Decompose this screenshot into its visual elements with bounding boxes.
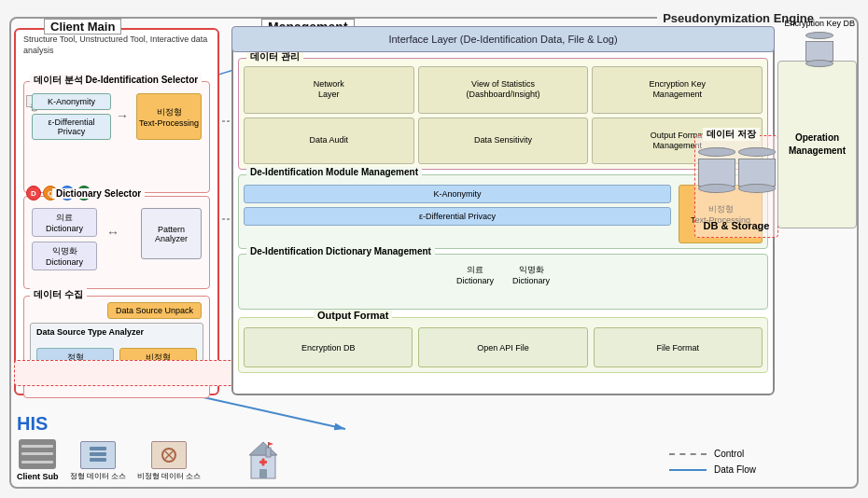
text-proc-btn[interactable]: 비정형 Text-Processing — [136, 93, 202, 140]
dict-selector-box: D Q A A Dictionary Selector 의료 Dictionar… — [23, 196, 210, 289]
data-source-unpack-btn[interactable]: Data Source Unpack — [107, 302, 202, 319]
data-flow-line — [669, 469, 707, 471]
deid-mod-left: K-Anonymity ε-Differential Privacy — [244, 185, 671, 243]
mgmt-grid: NetworkLayer View of Statistics(Dashboar… — [244, 66, 763, 164]
e-diff-btn[interactable]: ε-Differential Privacy — [32, 114, 111, 140]
svg-rect-13 — [90, 458, 106, 462]
main-container: Pseudonymization Engine — [0, 0, 868, 498]
enc-cyl-bottom — [805, 60, 833, 67]
deid-module-box: De-Identification Module Management K-An… — [238, 174, 768, 249]
client-sub-label: Client Sub — [17, 472, 59, 481]
structured-icon — [80, 441, 116, 469]
data-flow-label: Data Flow — [714, 464, 756, 475]
output-format-content: Encryption DB Open API File File Format — [244, 327, 763, 367]
enc-cyl-body — [805, 41, 833, 62]
svg-rect-12 — [90, 452, 106, 456]
bottom-section: Client Sub 정형 데이터 소스 비정형 데 — [17, 435, 287, 481]
data-storage-label: 데이터 저장 — [703, 128, 760, 141]
deid-dict-content: 의료 Dictionary 익명화 Dictionary — [276, 264, 730, 304]
legend-box: Control Data Flow — [669, 449, 756, 475]
legend-control: Control — [669, 449, 756, 459]
cyl-top — [698, 147, 735, 157]
svg-rect-20 — [262, 459, 265, 466]
medical-dict-box: 의료 Dictionary — [456, 264, 494, 304]
unstructured-svg — [159, 445, 179, 465]
data-mgmt-label: 데이터 관리 — [246, 50, 303, 63]
db-cylinders — [700, 147, 773, 193]
mgmt-cell-4: Data Sensitivity — [418, 118, 589, 165]
enc-key-db-label: Encryption Key DB — [784, 19, 855, 28]
data-mgmt-box: 데이터 관리 NetworkLayer View of Statistics(D… — [238, 58, 768, 170]
svg-rect-21 — [259, 469, 267, 478]
structured-svg — [88, 445, 108, 465]
enc-cyl — [784, 32, 855, 67]
k-anon-btn[interactable]: K-Anonymity — [32, 93, 111, 110]
dict-arrow: ↔ — [106, 225, 119, 240]
unstructured-data-label: 비정형 데이터 소스 — [137, 472, 201, 481]
deid-dict-label: De-Identification Dictionary Management — [246, 246, 435, 256]
unstructured-data-group: 비정형 데이터 소스 — [137, 441, 201, 481]
cyl-bottom-2 — [738, 184, 776, 193]
dict-items-group: 의료 Dictionary 익명화 Dictionary — [32, 208, 97, 270]
operation-mgmt-box: Operation Management — [777, 61, 857, 228]
deid-module-label: De-Identification Module Management — [246, 167, 422, 177]
cyl-top-2 — [738, 147, 776, 157]
cyl-body — [698, 159, 735, 187]
db-cyl-1 — [698, 147, 735, 193]
arrow-right-icon: → — [116, 110, 134, 121]
file-format-item: File Format — [594, 327, 763, 367]
mgmt-cell-0: NetworkLayer — [244, 66, 414, 114]
open-api-item: Open API File — [418, 327, 587, 367]
legend-data-flow: Data Flow — [669, 464, 756, 475]
interface-layer-box: Interface Layer (De-Identification Data,… — [231, 26, 775, 52]
svg-rect-22 — [266, 448, 271, 457]
structured-data-group: 정형 데이터 소스 — [70, 441, 126, 481]
management-box: Management 데이터 관리 NetworkLayer View of S… — [231, 28, 775, 395]
client-main-subtitle: Structure Tool, Unstructured Tool, Inter… — [23, 35, 217, 56]
client-main-label: Client Main — [44, 19, 121, 35]
data-collect-label: 데이터 수집 — [30, 288, 87, 301]
svg-marker-24 — [269, 442, 274, 446]
server-icon — [19, 439, 56, 469]
cyl-body-2 — [738, 159, 776, 187]
client-sub-group: Client Sub — [17, 439, 59, 481]
enc-cyl-top — [805, 32, 833, 39]
anon-privacy-group: K-Anonymity ε-Differential Privacy — [32, 93, 111, 140]
control-line — [669, 453, 707, 455]
structured-data-label: 정형 데이터 소스 — [70, 472, 126, 481]
dict-selector-label: Dictionary Selector — [52, 188, 145, 199]
ds-icon-d: D — [26, 186, 41, 201]
operation-mgmt-label: Operation Management — [789, 131, 846, 158]
hospital-icon — [240, 435, 287, 481]
data-storage-box: 데이터 저장 DB & Storage — [694, 135, 778, 238]
his-label: HIS — [17, 413, 48, 435]
anon-dict-item[interactable]: 익명화 Dictionary — [32, 242, 97, 270]
enc-key-db-box: Encryption Key DB — [784, 19, 855, 67]
unstructured-icon — [151, 441, 187, 469]
mgmt-cell-3: Data Audit — [244, 118, 414, 165]
dei-selector-box: 데이터 분석 De-Identification Selector 정 K-An… — [23, 81, 210, 193]
output-format-box: Output Format Encryption DB Open API Fil… — [238, 317, 768, 373]
mgmt-cell-2: Encryption KeyManagement — [592, 66, 763, 114]
db-cyl-2 — [738, 147, 776, 193]
mgmt-cell-1: View of Statistics(Dashboard/Insight) — [418, 66, 589, 114]
deid-dict-box: De-Identification Dictionary Management … — [238, 254, 768, 310]
hospital-area — [240, 435, 287, 481]
encryption-db-item: Encryption DB — [244, 327, 413, 367]
db-storage-label: DB & Storage — [695, 220, 777, 231]
deid-module-content: K-Anonymity ε-Differential Privacy 비정형 T… — [244, 185, 763, 243]
medical-dict-item[interactable]: 의료 Dictionary — [32, 208, 97, 237]
client-main-box: Client Main Structure Tool, Unstructured… — [14, 28, 219, 395]
cyl-bottom — [698, 184, 735, 193]
dei-selector-label: 데이터 분석 De-Identification Selector — [30, 74, 202, 87]
anon-dict-box: 익명화 Dictionary — [512, 264, 550, 304]
deid-e-diff-btn[interactable]: ε-Differential Privacy — [244, 207, 671, 226]
deid-k-anon-btn[interactable]: K-Anonymity — [244, 185, 671, 203]
svg-rect-11 — [90, 447, 106, 450]
dst-label: Data Source Type Analyzer — [36, 327, 144, 337]
control-label: Control — [714, 449, 744, 459]
output-format-label: Output Format — [314, 310, 392, 321]
pattern-analyzer-box: Pattern Analyzer — [141, 208, 202, 259]
